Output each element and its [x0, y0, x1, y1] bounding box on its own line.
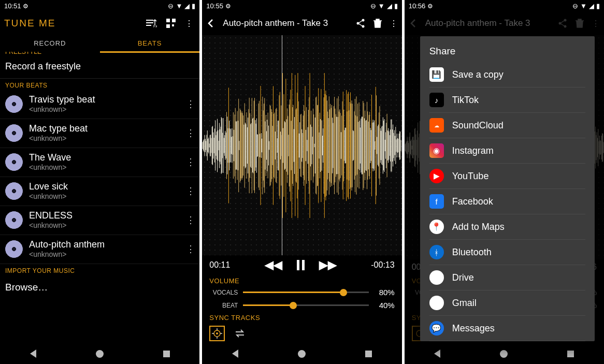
- beat-slider-row: BEAT 40%: [202, 299, 401, 312]
- svg-rect-4: [172, 24, 174, 26]
- app-name: TUNE ME: [4, 18, 56, 29]
- svg-point-309: [217, 333, 218, 334]
- playhead[interactable]: [282, 35, 282, 255]
- nav-recents-icon[interactable]: [365, 351, 372, 357]
- share-item-label: Gmail: [452, 298, 477, 309]
- rewind-icon[interactable]: ◀◀: [265, 258, 282, 272]
- record-freestyle-row[interactable]: Record a freestyle: [0, 57, 199, 79]
- do-not-disturb-icon: ⊖: [572, 2, 578, 10]
- beats-list[interactable]: Travis type beat <unknown> ⋮ Mac type be…: [0, 90, 199, 264]
- share-item-msg[interactable]: 💬Messages: [429, 316, 585, 341]
- share-item-ig[interactable]: ◉Instagram: [429, 138, 585, 164]
- playlist-icon[interactable]: Fx: [146, 19, 157, 28]
- beat-label: BEAT: [209, 302, 238, 309]
- share-item-drive[interactable]: ▲Drive: [429, 265, 585, 290]
- share-item-label: Messages: [452, 323, 495, 334]
- swap-icon[interactable]: [232, 326, 248, 341]
- nav-bar: [202, 343, 401, 364]
- tiktok-icon: ♪: [429, 93, 444, 107]
- share-list[interactable]: 💾Save a copy♪TikTok☁SoundCloud◉Instagram…: [420, 62, 595, 341]
- trash-icon[interactable]: [575, 18, 584, 28]
- svg-rect-1: [166, 19, 170, 22]
- section-freestyle-label: FREESTYLE: [0, 52, 199, 56]
- beat-row[interactable]: Auto-pitch anthem <unknown> ⋮: [0, 235, 199, 264]
- nav-home-icon[interactable]: [96, 350, 104, 358]
- record-disc-icon: [5, 153, 23, 171]
- beat-row[interactable]: Mac type beat <unknown> ⋮: [0, 119, 199, 148]
- beat-menu-icon[interactable]: ⋮: [186, 156, 194, 168]
- share-icon[interactable]: [557, 18, 568, 28]
- back-arrow-icon[interactable]: [409, 19, 418, 28]
- forward-icon[interactable]: ▶▶: [319, 258, 337, 272]
- waveform[interactable]: [202, 35, 401, 255]
- share-item-label: Save a copy: [452, 69, 504, 80]
- vocals-label: VOCALS: [209, 289, 238, 296]
- share-item-yt[interactable]: ▶YouTube: [429, 164, 585, 189]
- share-item-tiktok[interactable]: ♪TikTok: [429, 88, 585, 113]
- pause-icon[interactable]: [297, 260, 305, 270]
- share-item-label: SoundCloud: [452, 120, 504, 131]
- section-import-label: IMPORT YOUR MUSIC: [0, 264, 199, 275]
- bt-icon: ᚼ: [429, 245, 444, 259]
- share-icon[interactable]: [355, 18, 366, 28]
- share-item-sc[interactable]: ☁SoundCloud: [429, 113, 585, 138]
- status-icons: ⊖ ▼ ◢ ▮: [168, 2, 195, 10]
- tab-record[interactable]: RECORD: [0, 35, 100, 53]
- browse-row[interactable]: Browse…: [0, 275, 199, 299]
- yt-icon: ▶: [429, 169, 444, 183]
- svg-point-316: [564, 25, 566, 28]
- beat-title: Love sick: [29, 181, 180, 192]
- beat-artist: <unknown>: [29, 192, 180, 200]
- vocals-slider[interactable]: [243, 292, 368, 293]
- share-item-label: Drive: [452, 272, 474, 283]
- beat-row[interactable]: ENDLESS <unknown> ⋮: [0, 206, 199, 235]
- status-time: 10:55: [206, 2, 223, 10]
- beat-title: Auto-pitch anthem: [29, 239, 180, 250]
- beat-slider[interactable]: [243, 304, 368, 306]
- beat-menu-icon[interactable]: ⋮: [186, 127, 194, 139]
- beat-menu-icon[interactable]: ⋮: [186, 185, 194, 197]
- record-disc-icon: [5, 182, 23, 200]
- svg-point-314: [564, 19, 566, 22]
- record-disc-icon: [5, 211, 23, 229]
- gmail-icon: M: [429, 296, 444, 310]
- grid-icon[interactable]: [166, 19, 176, 28]
- share-item-label: Bluetooth: [452, 247, 492, 258]
- beat-row[interactable]: The Wave <unknown> ⋮: [0, 148, 199, 177]
- beat-artist: <unknown>: [29, 134, 180, 142]
- svg-point-7: [362, 25, 364, 28]
- vocals-value: 80%: [374, 288, 395, 297]
- overflow-menu-icon[interactable]: ⋮: [390, 19, 398, 28]
- nav-recents-icon[interactable]: [567, 351, 574, 357]
- share-item-bt[interactable]: ᚼBluetooth: [429, 240, 585, 265]
- share-item-gmail[interactable]: MGmail: [429, 290, 585, 316]
- battery-icon: ▮: [192, 2, 195, 10]
- status-time: 10:51: [4, 2, 21, 10]
- status-time: 10:56: [409, 2, 426, 10]
- share-title: Share: [420, 43, 595, 62]
- trash-icon[interactable]: [373, 18, 382, 28]
- crosshair-icon[interactable]: [209, 326, 225, 341]
- back-arrow-icon[interactable]: [206, 19, 215, 28]
- nav-home-icon[interactable]: [500, 350, 508, 358]
- beat-menu-icon[interactable]: ⋮: [186, 98, 194, 110]
- player-toolbar: Auto-pitch anthem - Take 3 ⋮: [202, 11, 401, 35]
- tab-beats[interactable]: BEATS: [100, 35, 200, 53]
- nav-back-icon[interactable]: [232, 350, 238, 358]
- beat-row[interactable]: Love sick <unknown> ⋮: [0, 177, 199, 206]
- nav-back-icon[interactable]: [30, 350, 36, 358]
- overflow-menu-icon[interactable]: ⋮: [592, 19, 600, 28]
- beat-menu-icon[interactable]: ⋮: [186, 243, 194, 255]
- share-item-maps[interactable]: 📍Add to Maps: [429, 214, 585, 240]
- do-not-disturb-icon: ⊖: [168, 2, 174, 10]
- overflow-menu-icon[interactable]: ⋮: [185, 19, 193, 28]
- msg-icon: 💬: [429, 321, 444, 336]
- nav-back-icon[interactable]: [434, 350, 440, 358]
- nav-recents-icon[interactable]: [163, 351, 170, 357]
- beat-menu-icon[interactable]: ⋮: [186, 214, 194, 226]
- nav-home-icon[interactable]: [298, 350, 306, 358]
- share-item-fb[interactable]: fFacebook: [429, 189, 585, 214]
- share-item-save[interactable]: 💾Save a copy: [429, 62, 585, 88]
- nav-bar: [0, 343, 199, 364]
- beat-row[interactable]: Travis type beat <unknown> ⋮: [0, 90, 199, 119]
